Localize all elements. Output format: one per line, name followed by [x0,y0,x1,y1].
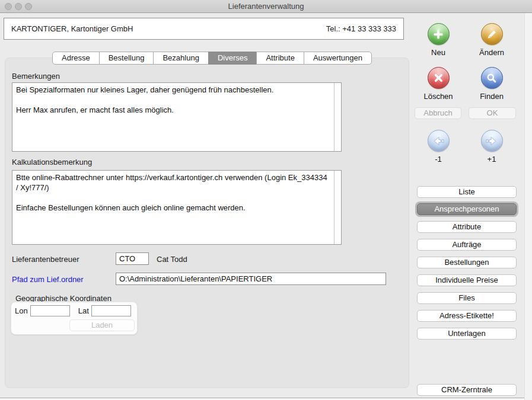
betreuer-name: Cat Todd [157,255,187,264]
tab-auswertungen[interactable]: Auswertungen [304,52,372,65]
arrow-left-icon [428,130,450,152]
pfad-input[interactable] [116,273,386,285]
sidebar-button-ansprechpersonen[interactable]: Ansprechpersonen [417,203,517,215]
app-window: Lieferantenverwaltung KARTONTIGER, Karto… [0,0,532,400]
bemerkungen-label: Bemerkungen [12,72,60,81]
supplier-name: KARTONTIGER, Kartontiger GmbH [11,24,133,33]
x-icon [428,67,450,89]
abbruch-button[interactable]: Abbruch [415,107,461,119]
tab-bezahlung[interactable]: Bezahlung [153,52,208,65]
geo-inputs-row: Lon Lat [15,305,131,316]
window-right-edge [524,13,532,400]
pencil-icon [481,23,503,45]
next-record-label: +1 [468,155,515,164]
arrow-right-icon [481,130,503,152]
title-bar: Lieferantenverwaltung [0,0,532,13]
supplier-header: KARTONTIGER, Kartontiger GmbH Tel.: +41 … [4,18,404,40]
bemerkungen-scrollbar[interactable] [334,83,341,151]
supplier-phone: Tel.: +41 33 333 333 [326,24,396,33]
bemerkungen-textarea[interactable]: Bei Spezialformaten nur kleines Lager, d… [12,83,333,151]
pfad-link[interactable]: Pfad zum Lief.ordner [12,275,84,284]
tab-adresse[interactable]: Adresse [52,52,100,65]
lon-label: Lon [15,306,28,315]
finden-label: Finden [468,92,515,101]
plus-icon [428,23,450,45]
kalkulation-textarea[interactable]: Btte online-Rabattrechner unter https://… [12,171,333,244]
sidebar-button-files[interactable]: Files [417,292,517,304]
neu-button[interactable]: Neu [415,23,462,57]
lon-input[interactable] [30,305,70,316]
kalkulation-label: Kalkulationsbemerkung [12,158,92,167]
next-record-button[interactable]: +1 [468,130,515,164]
window-title: Lieferantenverwaltung [0,2,532,11]
laden-button[interactable]: Laden [69,319,135,331]
magnifier-icon [481,67,503,89]
prev-record-label: -1 [415,155,462,164]
aendern-label: Ändern [468,48,515,57]
tab-diverses[interactable]: Diverses [208,52,257,65]
sidebar-button-unterlagen[interactable]: Unterlagen [417,328,517,340]
neu-label: Neu [415,48,462,57]
lat-input[interactable] [91,305,131,316]
sidebar-button-auftraege[interactable]: Aufträge [417,239,517,251]
ok-button[interactable]: OK [469,107,516,119]
kalkulation-textbox: Btte online-Rabattrechner unter https://… [12,170,342,245]
finden-button[interactable]: Finden [468,67,515,101]
geo-group: Lon Lat Laden [11,302,138,335]
sidebar-button-adress-etikette[interactable]: Adress-Etikette! [417,310,517,322]
lat-label: Lat [78,306,89,315]
kalkulation-scrollbar[interactable] [334,171,341,244]
betreuer-code-input[interactable] [116,252,149,265]
aendern-button[interactable]: Ändern [468,23,515,57]
sidebar-button-attribute[interactable]: Attribute [417,221,517,233]
window-bottom-edge [0,398,524,400]
tab-bestellung[interactable]: Bestellung [99,52,154,65]
sidebar-button-liste[interactable]: Liste [417,186,517,198]
tab-bar: Adresse Bestellung Bezahlung Diverses At… [52,52,372,65]
sidebar-button-crm-zentrale[interactable]: CRM-Zerntrale [417,384,517,396]
betreuer-label: Lieferantenbetreuer [12,255,79,264]
tab-attribute[interactable]: Attribute [256,52,304,65]
loeschen-button[interactable]: Löschen [415,67,462,101]
sidebar-button-individuelle-preise[interactable]: Individuelle Preise [417,274,517,286]
prev-record-button[interactable]: -1 [415,130,462,164]
loeschen-label: Löschen [415,92,462,101]
sidebar-button-bestellungen[interactable]: Bestellungen [417,257,517,268]
bemerkungen-textbox: Bei Spezialformaten nur kleines Lager, d… [12,82,342,152]
